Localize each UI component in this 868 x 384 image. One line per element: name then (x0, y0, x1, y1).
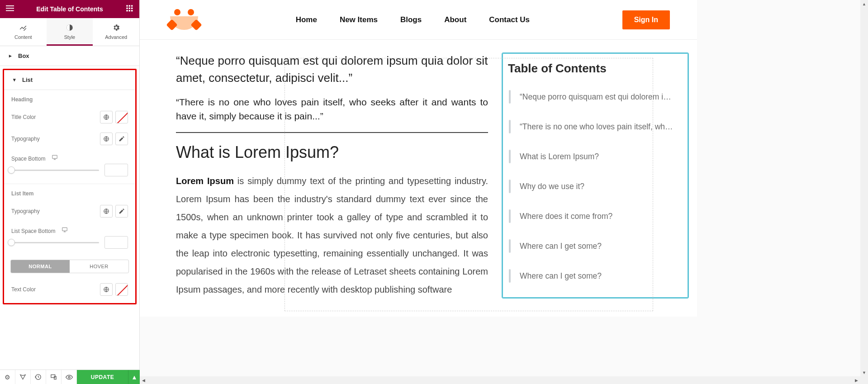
list-item-group-label: List Item (4, 184, 135, 200)
control-space-bottom: Space Bottom (4, 150, 135, 163)
state-tab-hover[interactable]: HOVER (70, 260, 128, 273)
control-heading-typography: Typography (4, 128, 135, 150)
svg-rect-5 (131, 5, 133, 6)
desktop-icon[interactable] (62, 228, 68, 234)
pencil-icon[interactable] (115, 205, 128, 218)
slider-space-bottom (4, 163, 135, 184)
globe-icon[interactable] (100, 283, 113, 296)
widgets-grid-icon[interactable] (124, 5, 135, 14)
highlight-annotation: ▾ List Heading Title Color Typography (3, 69, 137, 304)
slider-track[interactable] (11, 242, 99, 243)
history-icon[interactable] (31, 370, 46, 384)
sidebar-header: Edit Table of Contents (0, 0, 139, 18)
nav-about[interactable]: About (444, 15, 466, 24)
nav-blogs[interactable]: Blogs (400, 15, 422, 24)
accordion-list-label: List (22, 76, 33, 83)
tab-style[interactable]: Style (47, 18, 93, 46)
tab-advanced-label: Advanced (105, 34, 127, 40)
editor-tabs: Content Style Advanced (0, 18, 139, 46)
nav-links: Home New Items Blogs About Contact Us (203, 15, 622, 24)
svg-rect-6 (126, 8, 128, 9)
horizontal-scrollbar[interactable]: ◀ ▶ (140, 376, 860, 384)
nav-contact[interactable]: Contact Us (489, 15, 530, 24)
svg-point-21 (68, 376, 70, 378)
heading-group-label: Heading (4, 90, 135, 106)
signin-button[interactable]: Sign In (622, 10, 670, 29)
navigator-icon[interactable] (15, 370, 31, 384)
slider-thumb[interactable] (8, 166, 15, 174)
sidebar-title: Edit Table of Contents (15, 5, 124, 13)
slider-thumb[interactable] (8, 239, 15, 246)
caret-right-icon: ▸ (9, 53, 14, 59)
top-nav: Home New Items Blogs About Contact Us Si… (140, 0, 697, 40)
accordion-box[interactable]: ▸ Box (0, 46, 139, 66)
control-label: Typography (11, 208, 40, 214)
slider-value-input[interactable] (104, 236, 128, 249)
control-title-color: Title Color (4, 106, 135, 128)
globe-icon[interactable] (100, 133, 113, 145)
tab-advanced[interactable]: Advanced (93, 18, 139, 46)
globe-icon[interactable] (100, 205, 113, 218)
svg-rect-17 (62, 228, 67, 231)
svg-rect-7 (129, 8, 130, 9)
desktop-icon[interactable] (52, 156, 58, 162)
control-label: Typography (11, 136, 40, 142)
svg-rect-15 (52, 155, 57, 158)
accordion-box-label: Box (18, 52, 29, 59)
preview-area: Home New Items Blogs About Contact Us Si… (140, 0, 868, 384)
nav-home[interactable]: Home (296, 15, 317, 24)
section-outline (285, 58, 653, 311)
slider-list-space-bottom (4, 235, 135, 256)
preview-icon[interactable] (62, 370, 77, 384)
color-swatch-none[interactable] (115, 283, 128, 296)
vertical-scrollbar[interactable]: ▲ ▼ (860, 0, 868, 384)
tab-content[interactable]: Content (0, 18, 47, 46)
accordion-list[interactable]: ▾ List (4, 70, 135, 90)
pencil-icon[interactable] (115, 133, 128, 145)
tab-content-label: Content (14, 34, 32, 40)
control-label: Title Color (11, 114, 36, 120)
svg-rect-11 (131, 10, 133, 11)
scroll-up-icon[interactable]: ▲ (860, 0, 868, 8)
caret-down-icon: ▾ (13, 77, 18, 83)
svg-rect-4 (129, 5, 130, 6)
svg-rect-2 (6, 10, 14, 11)
svg-rect-10 (129, 10, 130, 11)
article-lead: Lorem Ipsum (176, 176, 234, 186)
update-options-button[interactable]: ▴ (128, 370, 140, 384)
svg-rect-3 (126, 5, 128, 6)
control-list-space-bottom: List Space Bottom (4, 222, 135, 235)
color-swatch-none[interactable] (115, 111, 128, 123)
control-text-color: Text Color (4, 279, 135, 300)
svg-rect-0 (6, 5, 14, 6)
slider-value-input[interactable] (104, 164, 128, 176)
scroll-down-icon[interactable]: ▼ (860, 369, 868, 376)
bottom-bar: ⚙ UPDATE ▴ (0, 370, 140, 384)
nav-new-items[interactable]: New Items (340, 15, 378, 24)
update-button[interactable]: UPDATE (77, 370, 128, 384)
svg-rect-9 (126, 10, 128, 11)
svg-rect-8 (131, 8, 133, 9)
control-list-typography: Typography (4, 200, 135, 222)
list-section: Heading Title Color Typography (4, 90, 135, 300)
settings-icon[interactable]: ⚙ (0, 370, 15, 384)
slider-track[interactable] (11, 170, 99, 171)
scroll-right-icon[interactable]: ▶ (853, 376, 860, 384)
globe-icon[interactable] (100, 111, 113, 123)
site-logo[interactable] (167, 7, 203, 33)
tab-style-label: Style (64, 34, 75, 40)
state-tabs: NORMAL HOVER (10, 260, 129, 273)
control-label: List Space Bottom (11, 227, 68, 234)
menu-icon[interactable] (5, 4, 15, 14)
control-label: Text Color (11, 286, 36, 293)
editor-sidebar: Edit Table of Contents Content Style Adv… (0, 0, 140, 384)
control-label: Space Bottom (11, 154, 58, 162)
state-tab-normal[interactable]: NORMAL (11, 260, 70, 273)
svg-rect-1 (6, 8, 14, 9)
responsive-icon[interactable] (46, 370, 62, 384)
scroll-left-icon[interactable]: ◀ (140, 376, 147, 384)
panel-body: ▸ Box ▾ List Heading Title Color (0, 46, 139, 384)
